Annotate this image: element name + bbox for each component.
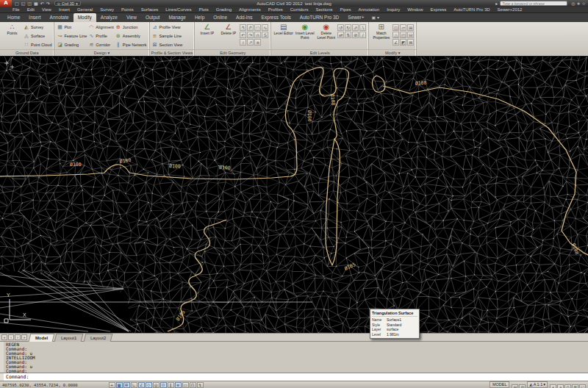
prev-layout-icon[interactable]: ‹ xyxy=(8,334,14,340)
workspace-selector[interactable]: ⊙ Civil 3D ▾ xyxy=(54,1,81,6)
annotation-visibility-icon[interactable]: ◭ xyxy=(550,384,556,388)
insert-level-point-button[interactable]: ◉Insert Level Point xyxy=(295,23,315,40)
section-view-button[interactable]: ⊠Section View xyxy=(152,40,183,49)
tab-online[interactable]: Online xyxy=(209,13,232,22)
autoadd-scales-icon[interactable]: ◮ xyxy=(557,384,564,388)
quick-view-drawings-icon[interactable]: ▥ xyxy=(519,384,526,388)
profile-view-button[interactable]: ⊿Profile View xyxy=(152,23,183,32)
grading-button[interactable]: ◪Grading xyxy=(57,40,87,49)
menu-sections[interactable]: Sections xyxy=(312,7,336,13)
tab-express-tools[interactable]: Express Tools xyxy=(257,13,295,22)
toolbar-lock-icon[interactable]: ⊠ xyxy=(572,384,578,388)
menu-corridors[interactable]: Corridors xyxy=(287,7,312,13)
tab-home[interactable]: Home xyxy=(3,13,24,22)
open-file-icon[interactable]: ◱ xyxy=(21,0,26,7)
search-input[interactable] xyxy=(500,1,567,6)
polar-tracking-toggle[interactable]: ∠ xyxy=(138,382,145,388)
menu-edit[interactable]: Edit xyxy=(24,7,38,13)
panel-label-modify[interactable]: Modify ▾ xyxy=(369,49,416,56)
survey-button[interactable]: ◭Survey xyxy=(24,23,51,32)
clean-screen-icon[interactable]: ◱ xyxy=(579,384,586,388)
corridor-button[interactable]: ≋Corridor xyxy=(88,40,113,49)
menu-sewer-2012[interactable]: Sewer+2012 xyxy=(494,7,526,13)
search-icon[interactable]: ◎ xyxy=(571,1,575,6)
small-tool-icon[interactable]: △ xyxy=(392,32,399,38)
surface-button[interactable]: ◬Surface xyxy=(24,32,51,40)
match-properties-button[interactable]: ⊞Match Properties xyxy=(371,23,391,40)
panel-label-edit-levels[interactable]: Edit Levels xyxy=(271,49,368,56)
model-space-button[interactable]: MODEL xyxy=(490,381,510,388)
dynamic-ucs-toggle[interactable]: ∥ xyxy=(168,382,174,388)
small-tool-icon[interactable]: ≀ xyxy=(240,39,246,46)
panel-label-ground-data[interactable]: Ground Data xyxy=(0,49,54,56)
quick-view-layouts-icon[interactable]: ▤ xyxy=(512,384,518,388)
point-cloud-button[interactable]: ∷Point Cloud xyxy=(24,40,51,49)
small-tool-icon[interactable]: ⊠ xyxy=(407,39,414,46)
small-tool-icon[interactable]: ↗ xyxy=(247,39,254,46)
small-tool-icon[interactable]: ∠ xyxy=(392,39,399,46)
menu-grading[interactable]: Grading xyxy=(212,7,235,13)
panel-label-edit-geometry[interactable]: Edit Geometry xyxy=(195,49,270,56)
tab-analyze[interactable]: Analyze xyxy=(96,13,122,22)
save-icon[interactable]: ◫ xyxy=(27,0,32,7)
plot-print-icon[interactable]: ▦ xyxy=(34,0,38,7)
small-tool-icon[interactable]: ◩ xyxy=(400,39,406,46)
app-logo-icon[interactable]: A xyxy=(0,0,12,7)
alignment-button[interactable]: ◠Alignment xyxy=(88,23,113,32)
tab-view[interactable]: View xyxy=(122,13,141,22)
delete-ip-button[interactable]: ∠Delete IP xyxy=(218,23,238,36)
small-tool-icon[interactable]: ∖ xyxy=(359,24,366,31)
menu-general[interactable]: General xyxy=(74,7,96,13)
points-button[interactable]: ∴Points xyxy=(2,23,22,36)
menu-insert[interactable]: Insert xyxy=(55,7,74,13)
menu-alignments[interactable]: Alignments xyxy=(235,7,265,13)
plot-button[interactable]: ▦Plot xyxy=(57,23,87,32)
small-tool-icon[interactable]: S xyxy=(262,32,268,38)
render-gallery-icon[interactable]: ▣ ▾ xyxy=(372,13,380,22)
object-snap-tracking-toggle[interactable]: ⊙ xyxy=(160,382,167,388)
menu-lines-curves[interactable]: Lines/Curves xyxy=(162,7,195,13)
layout-tab-layout1[interactable]: Layout1 xyxy=(54,334,84,342)
menu-express[interactable]: Express xyxy=(427,7,451,13)
contour-line[interactable] xyxy=(0,71,309,179)
small-tool-icon[interactable]: ↶ xyxy=(240,32,246,38)
grid-display-toggle[interactable]: ⊞ xyxy=(123,382,130,388)
junction-button[interactable]: ⊕Junction xyxy=(115,23,147,32)
small-tool-icon[interactable]: ▱ xyxy=(400,24,406,31)
layout-tab-model[interactable]: Model xyxy=(29,334,55,342)
small-tool-icon[interactable]: ∩ xyxy=(254,32,261,38)
small-tool-icon[interactable]: ◰ xyxy=(400,32,406,38)
menu-survey[interactable]: Survey xyxy=(96,7,118,13)
undo-icon[interactable]: ↶ xyxy=(40,0,44,7)
tab-autoturn-pro-3d[interactable]: AutoTURN Pro 3D xyxy=(295,13,343,22)
assembly-button[interactable]: ⊛Assembly xyxy=(115,32,147,40)
menu-window[interactable]: Window xyxy=(404,7,426,13)
menu-file[interactable]: File xyxy=(9,7,24,13)
small-tool-icon[interactable]: ∕ xyxy=(359,32,366,38)
tab-insert[interactable]: Insert xyxy=(24,13,45,22)
ortho-mode-toggle[interactable]: ∟ xyxy=(131,382,137,388)
annotation-scale-button[interactable]: ◭ A 1:1 ▾ xyxy=(527,381,548,388)
level-editor-button[interactable]: ▤Level Editor xyxy=(273,23,293,36)
small-tool-icon[interactable]: ± xyxy=(254,39,261,46)
3d-object-snap-toggle[interactable]: ◎ xyxy=(153,382,159,388)
dynamic-input-toggle[interactable]: ≡ xyxy=(175,382,182,388)
small-tool-icon[interactable]: ⊟ xyxy=(407,32,414,38)
object-snap-toggle[interactable]: ◇ xyxy=(146,382,152,388)
small-tool-icon[interactable]: ⊘ xyxy=(352,32,359,38)
tab-modify[interactable]: Modify xyxy=(74,13,96,22)
tab-manage[interactable]: Manage xyxy=(164,13,190,22)
small-tool-icon[interactable]: ↷ xyxy=(247,32,254,38)
menu-annotation[interactable]: Annotation xyxy=(354,7,383,13)
small-tool-icon[interactable]: ⇗ xyxy=(352,24,359,31)
drawing-viewport[interactable]: Ø100Ø100Ø100Ø100Ø100Ø100Ø108Ø105Ø105Ø108… xyxy=(0,57,588,333)
panel-label-design[interactable]: Design ▾ xyxy=(54,49,148,56)
pipe-network-button[interactable]: ∥Pipe Network xyxy=(115,40,147,49)
sample-line-button[interactable]: ≡Sample Line xyxy=(152,32,183,40)
small-tool-icon[interactable]: ∿ xyxy=(262,24,268,31)
redo-icon[interactable]: ↷ xyxy=(46,0,50,7)
menu-inquiry[interactable]: Inquiry xyxy=(383,7,404,13)
new-file-icon[interactable]: ▢ xyxy=(15,0,19,7)
menu-points[interactable]: Points xyxy=(118,7,137,13)
feature-line-button[interactable]: ↝Feature Line xyxy=(57,32,87,40)
